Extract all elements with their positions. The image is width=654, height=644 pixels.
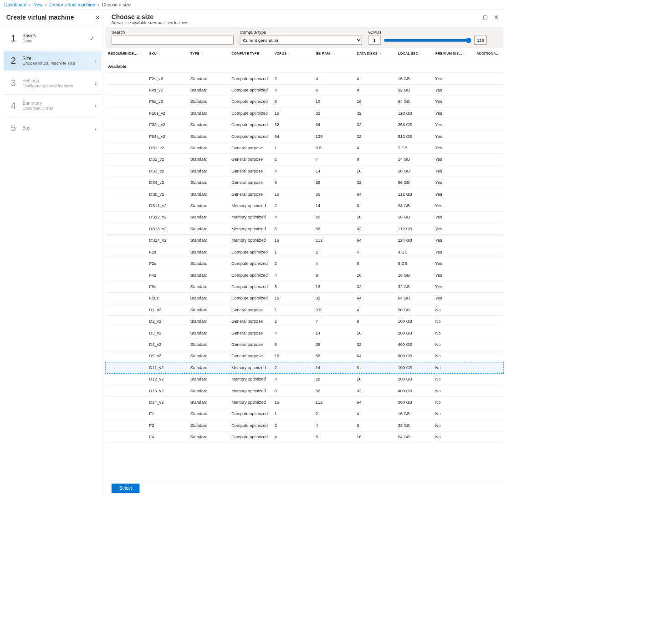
table-cell: Yes [433, 131, 474, 142]
table-cell: 7 [313, 315, 354, 327]
table-cell [474, 293, 504, 304]
breadcrumb-new[interactable]: New [33, 2, 42, 8]
column-header[interactable]: PREMIUM DIS…↑↓ [433, 48, 474, 59]
compute-type-select[interactable]: Current generation [240, 36, 362, 45]
table-row[interactable]: DS12_v2StandardMemory optimized4281656 G… [105, 212, 504, 223]
wizard-step-basics[interactable]: 1BasicsDone✓ [4, 29, 102, 48]
table-row[interactable]: D5_v2StandardGeneral purpose165664800 GB… [105, 350, 504, 362]
close-icon[interactable]: ✕ [95, 15, 100, 20]
sort-icon: ↑↓ [138, 52, 141, 56]
vcpu-min-input[interactable] [368, 36, 381, 45]
breadcrumb-create-vm[interactable]: Create virtual machine [49, 2, 95, 8]
table-row[interactable]: F16s_v2StandardCompute optimized16323212… [105, 107, 504, 119]
table-cell: 56 [313, 385, 354, 396]
table-row[interactable]: F2sStandardCompute optimized2488 GBYes [105, 258, 504, 269]
table-cell: 50 GB [395, 304, 433, 315]
table-cell: 32 [313, 293, 354, 304]
table-row[interactable]: DS3_v2StandardGeneral purpose4141628 GBY… [105, 165, 504, 177]
column-header[interactable]: COMPUTE TYPE↑↓ [229, 48, 271, 59]
breadcrumb-dashboard[interactable]: Dashboard [4, 2, 26, 8]
table-cell [105, 212, 146, 223]
table-cell: 4 [271, 327, 312, 339]
close-icon[interactable]: ✕ [494, 14, 499, 20]
table-cell: 4 [271, 431, 312, 442]
wizard-step-buy[interactable]: 5Buy› [4, 118, 102, 137]
vcpu-slider[interactable] [383, 37, 471, 43]
table-row[interactable]: D3_v2StandardGeneral purpose41416200 GBN… [105, 327, 504, 339]
table-cell: 28 [313, 177, 354, 188]
table-row[interactable]: F32s_v2StandardCompute optimized32643225… [105, 119, 504, 130]
table-cell: D3_v2 [146, 327, 187, 339]
table-row[interactable]: DS4_v2StandardGeneral purpose8283256 GBY… [105, 177, 504, 188]
column-header[interactable]: DATA DISKS↑↓ [354, 48, 395, 59]
table-row[interactable]: D4_v2StandardGeneral purpose82832400 GBN… [105, 339, 504, 350]
table-row[interactable]: D2_v2StandardGeneral purpose278100 GBNo [105, 315, 504, 327]
table-cell: 16 [271, 235, 312, 246]
wizard-step-summary[interactable]: 4SummaryCommvault Trial› [4, 96, 102, 115]
table-cell: 4 [271, 373, 312, 385]
size-table: RECOMMENDE…↑↓SKU↑↓TYPE↑↓COMPUTE TYPE↑↓VC… [105, 48, 504, 443]
column-header[interactable]: LOCAL SSD↑↓ [395, 48, 433, 59]
table-row[interactable]: D12_v2StandardMemory optimized42816200 G… [105, 373, 504, 385]
table-row[interactable]: DS2_v2StandardGeneral purpose27814 GBYes [105, 154, 504, 165]
column-header[interactable]: RECOMMENDE…↑↓ [105, 48, 146, 59]
table-cell: 28 GB [395, 165, 433, 177]
step-title: Buy [22, 126, 95, 131]
table-row[interactable]: F1StandardCompute optimized12416 GBNo [105, 408, 504, 420]
search-input[interactable] [112, 36, 234, 45]
wizard-step-size[interactable]: 2SizeChoose virtual machine size› [4, 51, 102, 70]
table-cell [105, 165, 146, 177]
table-row[interactable]: DS11_v2StandardMemory optimized214828 GB… [105, 200, 504, 211]
table-cell: DS2_v2 [146, 154, 187, 165]
size-table-scroll[interactable]: RECOMMENDE…↑↓SKU↑↓TYPE↑↓COMPUTE TYPE↑↓VC… [105, 48, 504, 480]
table-row[interactable]: F2StandardCompute optimized24832 GBNo [105, 420, 504, 431]
sort-icon: ↑↓ [287, 52, 291, 56]
column-header[interactable]: VCPUS↑↓ [271, 48, 312, 59]
table-cell [474, 200, 504, 211]
table-row[interactable]: F4s_v2StandardCompute optimized48832 GBY… [105, 84, 504, 96]
table-cell [105, 84, 146, 96]
table-row[interactable]: F4StandardCompute optimized481664 GBNo [105, 431, 504, 442]
maximize-icon[interactable]: ▢ [483, 14, 488, 20]
search-label: Search [112, 30, 234, 35]
table-row[interactable]: F64s_v2StandardCompute optimized64128325… [105, 131, 504, 142]
table-row[interactable]: F1sStandardCompute optimized1244 GBYes [105, 246, 504, 258]
divider [4, 72, 102, 72]
table-row[interactable]: D1_v2StandardGeneral purpose13.5450 GBNo [105, 304, 504, 315]
table-cell: 4 [354, 142, 395, 153]
table-row[interactable]: DS13_v2StandardMemory optimized85632112 … [105, 223, 504, 234]
vcpu-max-input[interactable] [474, 36, 487, 45]
table-cell: 8 [313, 269, 354, 281]
wizard-step-settings[interactable]: 3SettingsConfigure optional features› [4, 74, 102, 93]
table-row[interactable]: D14_v2StandardMemory optimized1611264800… [105, 396, 504, 408]
table-cell [105, 154, 146, 165]
table-row[interactable]: F16sStandardCompute optimized16326464 GB… [105, 293, 504, 304]
column-header[interactable]: ADDITIONAL F…↑↓ [474, 48, 504, 59]
table-row[interactable]: D13_v2StandardMemory optimized85632400 G… [105, 385, 504, 396]
table-cell: Standard [188, 315, 229, 327]
table-cell: General purpose [229, 154, 271, 165]
table-row[interactable]: F2s_v2StandardCompute optimized24416 GBY… [105, 73, 504, 84]
table-row[interactable]: DS5_v2StandardGeneral purpose165664112 G… [105, 188, 504, 200]
table-row[interactable]: F4sStandardCompute optimized481616 GBYes [105, 269, 504, 281]
select-button[interactable]: Select [112, 484, 140, 493]
table-cell: Memory optimized [229, 373, 271, 385]
column-header[interactable]: GB RAM↑↓ [313, 48, 354, 59]
table-cell [474, 84, 504, 96]
column-header[interactable]: SKU↑↓ [146, 48, 187, 59]
table-cell: General purpose [229, 304, 271, 315]
table-row[interactable]: D11_v2StandardMemory optimized2148100 GB… [105, 362, 504, 373]
column-header[interactable]: TYPE↑↓ [188, 48, 229, 59]
table-row[interactable]: DS1_v2StandardGeneral purpose13.547 GBYe… [105, 142, 504, 153]
breadcrumb: Dashboard › New › Create virtual machine… [0, 0, 504, 10]
table-cell: 32 [354, 223, 395, 234]
table-cell: D5_v2 [146, 350, 187, 362]
table-cell: 4 [271, 212, 312, 223]
table-cell: Compute optimized [229, 73, 271, 84]
table-cell: Standard [188, 431, 229, 442]
table-row[interactable]: F8s_v2StandardCompute optimized8161664 G… [105, 96, 504, 107]
table-row[interactable]: F8sStandardCompute optimized8163232 GBYe… [105, 281, 504, 292]
table-row[interactable]: DS14_v2StandardMemory optimized161126422… [105, 235, 504, 246]
table-cell: No [433, 362, 474, 373]
table-cell: Standard [188, 200, 229, 211]
